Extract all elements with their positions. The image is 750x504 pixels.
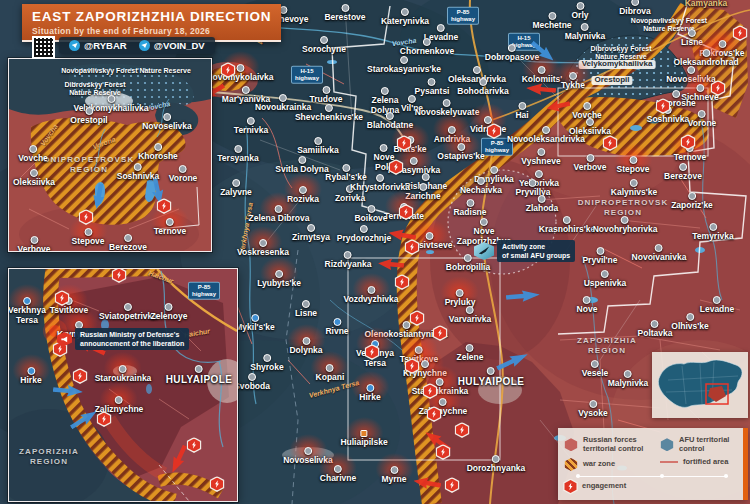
map-town: Zlahoda — [526, 195, 559, 214]
bolt-icon — [684, 138, 693, 147]
town-label: Vovche — [18, 154, 48, 164]
town-pin — [342, 164, 350, 172]
town-pin — [298, 156, 306, 164]
town-pin — [655, 244, 663, 252]
town-label: Soshnivka — [117, 172, 160, 182]
map-town: Dibrova — [619, 0, 651, 17]
legend-item: war zone — [564, 458, 657, 471]
legend-item: AFU territorial control — [660, 436, 750, 453]
handle-label: @VOIN_DV — [154, 40, 205, 51]
town-label: Ternove — [154, 227, 186, 237]
town-pin — [466, 199, 474, 207]
map-town: Vovche — [18, 145, 48, 164]
town-label: Verkhnya Tersa — [8, 306, 46, 325]
town-pin — [672, 90, 680, 98]
town-label: Tykhe — [561, 81, 585, 91]
town-pin — [591, 360, 599, 368]
bolt-icon — [160, 202, 169, 211]
bolt-icon — [490, 127, 499, 136]
badge-label: Activity zone of small AFU groups — [497, 240, 575, 262]
bolt-icon — [368, 348, 377, 357]
town-label: Bohodarivka — [457, 87, 509, 97]
map-town: Myrne — [381, 466, 406, 485]
engagement-icon — [657, 100, 670, 113]
bolt-icon — [392, 163, 401, 172]
town-label: Hai — [515, 111, 528, 121]
town-label: Orestopil — [591, 76, 632, 85]
town-label: Vyshneve — [521, 157, 560, 167]
town-pin — [569, 72, 577, 80]
town-pin-blue — [27, 367, 35, 375]
town-pin — [232, 179, 240, 187]
telegram-icon — [139, 40, 150, 51]
handle-label: @RYBAR — [84, 40, 127, 51]
town-pin — [422, 173, 430, 181]
map-town: Poltavka — [638, 320, 673, 339]
map-town: Shyroke — [250, 354, 284, 373]
legend-label: war zone — [583, 460, 657, 469]
telegram-handle[interactable]: @VOIN_DV — [139, 40, 205, 51]
town-pin — [589, 400, 597, 408]
scale-dot — [724, 474, 728, 478]
town-pin — [698, 110, 706, 118]
map-town: Verbove — [17, 236, 50, 252]
map-town: Ternivka — [234, 117, 268, 136]
town-pin — [576, 2, 584, 10]
town-pin — [688, 192, 696, 200]
town-pin — [428, 78, 436, 86]
town-label: Krasnohirs'ke — [539, 225, 595, 235]
town-pin — [314, 137, 322, 145]
engagement-icon — [113, 269, 126, 282]
map-town: Rivne — [325, 318, 348, 337]
town-pin — [713, 296, 721, 304]
town-label: Kalynivs'ke — [611, 188, 657, 198]
settlement-square-icon — [361, 430, 368, 437]
nature-reserve-label: Novopavlivskyy Forest Nature Reserve — [61, 67, 191, 75]
map-town: Voskresenka — [237, 239, 289, 258]
town-pin — [548, 12, 556, 20]
map-town: Pryvil'ne — [582, 247, 617, 266]
town-label: Ternove — [674, 153, 706, 163]
town-label: Novoselivka — [142, 122, 192, 132]
town-pin-blue — [333, 318, 341, 326]
map-town: Hirke — [359, 384, 380, 403]
map-town: Tykhe — [561, 72, 585, 91]
telegram-plane-glyph — [72, 43, 78, 48]
town-label: Tersyanka — [217, 154, 258, 164]
afu-activity-badge: Activity zone of small AFU groups — [474, 240, 575, 262]
legend-label: engagement — [582, 482, 656, 491]
bolt-icon — [400, 139, 409, 148]
town-label: Prydorozhnje — [337, 234, 391, 244]
town-label: Vysoke — [578, 409, 607, 419]
map-town: Oleksandrohrad — [673, 49, 738, 68]
engagement-icon — [682, 136, 695, 149]
town-label: Zelenoye — [151, 312, 188, 322]
engagement-icon — [428, 408, 441, 421]
town-label: Sorochyne — [302, 45, 346, 55]
bolt-icon — [439, 448, 448, 457]
map-town: Pryluky — [445, 289, 476, 308]
highway-badge: P-85 highway — [447, 7, 479, 25]
engagement-icon — [411, 312, 424, 325]
town-pin-blue — [251, 314, 259, 322]
inset-map-velykomykhailivka: VelykomykhailivkaOrestopilNovoselivkaVov… — [8, 58, 212, 252]
map-town: Starokasyanivs'ke — [367, 56, 441, 75]
bolt-icon — [430, 410, 439, 419]
engagement-icon — [456, 424, 469, 437]
map-town: Soshnivka — [117, 163, 160, 182]
map-town: Levadne — [700, 296, 735, 315]
town-label: Nove — [577, 305, 598, 315]
map-town: Vysoke — [578, 400, 607, 419]
map-town: Bohodarivka — [457, 78, 509, 97]
map-town: Novoselivka — [142, 113, 192, 132]
bolt-icon — [408, 243, 417, 252]
map-town: Novohryhorivka — [593, 216, 658, 235]
scale-bar — [576, 476, 728, 477]
town-label: Oleksiivka — [13, 178, 55, 188]
telegram-handle[interactable]: @RYBAR — [69, 40, 127, 51]
blue-control-icon — [660, 438, 674, 451]
bolt-icon — [736, 29, 745, 38]
map-town: Kamyanka — [685, 0, 728, 8]
town-pin — [630, 179, 638, 187]
town-pin — [320, 36, 328, 44]
